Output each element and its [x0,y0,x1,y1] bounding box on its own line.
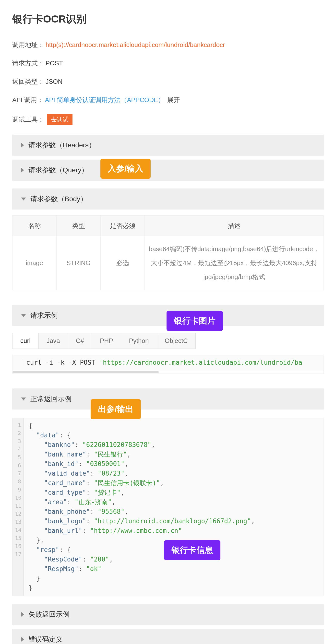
accordion-normal-resp[interactable]: 正常返回示例 [12,388,324,410]
meta-api-label: API 调用： [12,96,43,104]
callout-input: 入参/输入 [100,158,151,179]
col-type: 类型 [57,216,101,236]
meta-return-value: JSON [46,78,63,86]
body-params-table: 名称 类型 是否必须 描述 image STRING 必选 base64编码(不… [12,216,324,290]
accordion-body-label: 请求参数（Body） [30,194,87,204]
response-json-pre: { "data": { "bankno": "6226011020783678"… [24,418,260,596]
table-row: image STRING 必选 base64编码(不传data:image/pn… [13,236,324,290]
chevron-right-icon [21,168,24,172]
cell-desc: base64编码(不传data:image/png;base64)后进行urle… [145,236,324,290]
callout-output: 出参/输出 [91,399,141,419]
meta-api-expand[interactable]: 展开 [167,96,180,104]
col-name: 名称 [13,216,57,236]
accordion-query[interactable]: 请求参数（Query） [12,160,324,181]
tab-php[interactable]: PHP [92,333,121,349]
line-gutter [13,359,22,366]
callout-info: 银行卡信息 [164,540,220,560]
tab-python[interactable]: Python [121,333,157,349]
response-json-block: 1 2 3 4 5 6 7 8 9 10 11 12 13 14 15 16 1… [12,418,324,596]
chevron-down-icon [21,198,26,200]
meta-debug-label: 调试工具： [12,115,44,124]
meta-url-row: 调用地址： http(s)://cardnoocr.market.aliclou… [12,41,324,49]
chevron-right-icon [21,612,24,617]
curl-code-block: curl -i -k -X POST 'https://cardnoocr.ma… [12,355,324,374]
chevron-down-icon [21,314,26,317]
curl-url: 'https://cardnoocr.market.alicloudapi.co… [99,359,302,366]
horizontal-scrollbar[interactable] [13,370,323,374]
page-title: 银行卡OCR识别 [12,12,324,26]
meta-method-row: 请求方式： POST [12,59,324,68]
meta-api-link[interactable]: API 简单身份认证调用方法（APPCODE） [45,96,164,104]
tab-curl[interactable]: curl [12,333,39,349]
col-desc: 描述 [145,216,324,236]
table-header-row: 名称 类型 是否必须 描述 [13,216,324,236]
callout-image: 银行卡图片 [167,311,223,331]
tab-objectc[interactable]: ObjectC [157,333,196,349]
meta-url-label: 调用地址： [12,41,44,49]
meta-url-value[interactable]: http(s)://cardnoocr.market.alicloudapi.c… [46,41,225,49]
col-required: 是否必须 [101,216,145,236]
curl-cmd: curl -i -k -X POST [26,359,99,366]
accordion-example-label: 请求示例 [30,311,58,320]
line-numbers: 1 2 3 4 5 6 7 8 9 10 11 12 13 14 15 16 1… [13,418,24,596]
meta-method-label: 请求方式： [12,59,44,68]
debug-button[interactable]: 去调试 [47,114,73,125]
accordion-normal-resp-label: 正常返回示例 [30,394,72,404]
meta-method-value: POST [46,60,63,67]
accordion-body[interactable]: 请求参数（Body） [12,188,324,210]
tab-java[interactable]: Java [39,333,68,349]
meta-api-row: API 调用： API 简单身份认证调用方法（APPCODE） 展开 [12,96,324,104]
chevron-down-icon [21,398,26,400]
accordion-error-def-label: 错误码定义 [29,635,63,644]
accordion-headers-label: 请求参数（Headers） [29,140,96,150]
code-tabs: curl Java C# PHP Python ObjectC [12,333,324,349]
cell-name: image [13,236,57,290]
accordion-fail-resp[interactable]: 失败返回示例 [12,604,324,625]
chevron-right-icon [21,637,24,642]
meta-return-label: 返回类型： [12,77,44,86]
curl-code-text: curl -i -k -X POST 'https://cardnoocr.ma… [22,359,302,366]
tab-csharp[interactable]: C# [68,333,92,349]
accordion-error-def[interactable]: 错误码定义 [12,629,324,644]
meta-return-row: 返回类型： JSON [12,77,324,86]
cell-type: STRING [57,236,101,290]
cell-required: 必选 [101,236,145,290]
accordion-query-label: 请求参数（Query） [29,166,88,175]
meta-debug-row: 调试工具： 去调试 [12,114,324,125]
accordion-headers[interactable]: 请求参数（Headers） [12,135,324,156]
chevron-right-icon [21,143,24,148]
accordion-fail-resp-label: 失败返回示例 [29,610,70,619]
